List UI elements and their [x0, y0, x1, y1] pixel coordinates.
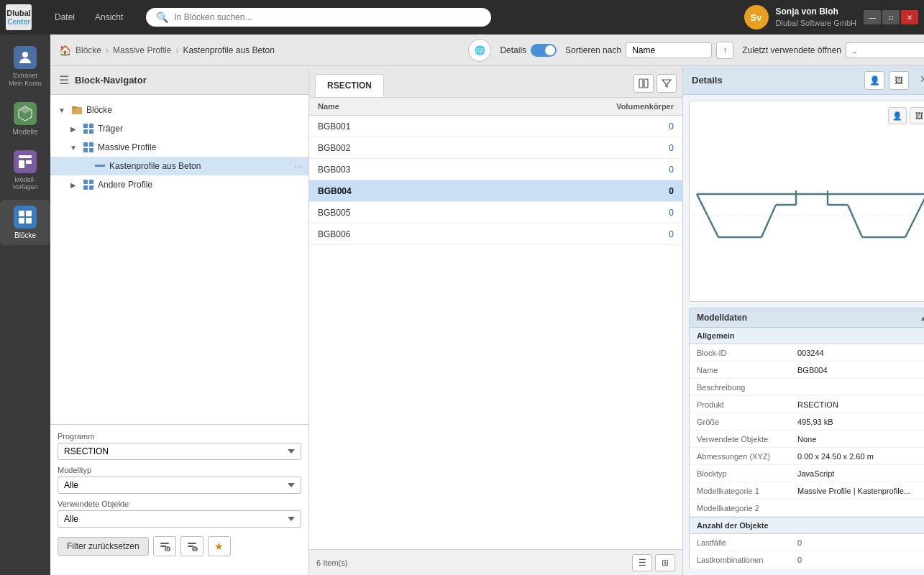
tree-item-blocke[interactable]: ▼ Blöcke: [50, 101, 308, 119]
tree-item-kasten[interactable]: Kastenprofile aus Beton ···: [50, 157, 308, 175]
user-company: Dlubal Software GmbH: [776, 18, 857, 29]
globe-button[interactable]: 🌐: [468, 39, 491, 62]
md-label-verwendete: Verwendete Objekte: [690, 432, 790, 446]
toggle-knob: [545, 45, 555, 55]
list-header: Name Volumenkörper: [309, 98, 682, 116]
filter-reset-button[interactable]: Filter zurücksetzen: [58, 537, 149, 556]
tree-context-dots[interactable]: ···: [294, 160, 303, 172]
svg-rect-3: [26, 160, 32, 164]
user-info: Sonja von Bloh Dlubal Software GmbH: [776, 6, 857, 29]
breadcrumb-item-1[interactable]: Massive Profile: [113, 45, 171, 55]
list-item[interactable]: BGB006 0: [309, 224, 682, 245]
list-item-selected[interactable]: BGB004 0: [309, 180, 682, 202]
sort-area: Sortieren nach Name ↑: [565, 42, 733, 59]
filter-add-button[interactable]: [153, 536, 176, 556]
navigator-icon: ☰: [59, 73, 69, 87]
breadcrumb-current: Kastenprofile aus Beton: [183, 45, 274, 55]
svg-rect-29: [188, 546, 193, 547]
tree-toggle-andere[interactable]: ▶: [68, 179, 79, 190]
filter-icon-button[interactable]: [657, 74, 677, 93]
list-item[interactable]: BGB002 0: [309, 137, 682, 159]
search-input-wrap: 🔍: [146, 8, 491, 27]
svg-rect-1: [19, 155, 32, 158]
list-item[interactable]: BGB003 0: [309, 159, 682, 180]
svg-rect-33: [644, 79, 648, 88]
details-person-button[interactable]: 👤: [864, 71, 884, 90]
svg-rect-11: [89, 124, 93, 128]
tree-item-massive[interactable]: ▼ Massive Profile: [50, 138, 308, 157]
tree-toggle-massive[interactable]: ▼: [68, 142, 79, 153]
preview-person-icon[interactable]: 👤: [888, 107, 907, 124]
details-image-button[interactable]: 🖼: [889, 71, 909, 90]
svg-rect-17: [89, 148, 93, 152]
user-icon: [14, 46, 37, 69]
recent-select[interactable]: ..: [846, 42, 924, 58]
md-row-beschreibung: Beschreibung: [690, 379, 924, 396]
details-toggle-switch[interactable]: [531, 44, 557, 57]
list-cell-vol: 0: [485, 204, 682, 221]
modeldata-table: Allgemein Block-ID 003244 Name BGB004 Be…: [689, 328, 924, 569]
breadcrumb-item-0[interactable]: Blöcke: [76, 45, 101, 55]
filter-select-programm[interactable]: RSECTION: [58, 443, 301, 460]
md-label-mkat1: Modellkategorie 1: [690, 484, 790, 498]
tab-rsection[interactable]: RSECTION: [315, 74, 384, 97]
md-row-mkat1: Modellkategorie 1 Massive Profile | Kast…: [690, 482, 924, 500]
window-controls: — □ ✕: [864, 10, 918, 24]
filter-actions: Filter zurücksetzen ★: [58, 536, 301, 556]
modeldata-scroll-up[interactable]: ▲: [920, 314, 924, 322]
md-value-grosse: 495,93 kB: [790, 415, 924, 429]
user-name: Sonja von Bloh: [776, 6, 857, 18]
svg-rect-7: [26, 218, 32, 224]
sort-direction-button[interactable]: ↑: [716, 42, 733, 59]
md-row-block-id: Block-ID 003244: [690, 344, 924, 362]
grid-view-button[interactable]: ⊞: [655, 554, 675, 571]
minimize-button[interactable]: —: [864, 10, 881, 24]
filter-select-verwendete[interactable]: Alle: [58, 510, 301, 528]
details-preview: 👤 🖼: [689, 101, 924, 302]
column-view-button[interactable]: [633, 74, 654, 93]
svg-rect-5: [26, 211, 32, 216]
list-item[interactable]: BGB005 0: [309, 202, 682, 224]
preview-image-icon[interactable]: 🖼: [910, 107, 924, 124]
modeldata-header: Modelldaten ▲: [689, 308, 924, 328]
sidebar-item-extranet[interactable]: ExtranetMein Konto: [0, 40, 50, 93]
search-input[interactable]: [174, 12, 481, 22]
md-value-mkat2: [790, 505, 924, 511]
tree-toggle-blocke[interactable]: ▼: [56, 104, 68, 116]
md-value-name: BGB004: [790, 363, 924, 377]
filter-star-button[interactable]: ★: [208, 536, 231, 556]
sort-select[interactable]: Name: [626, 42, 712, 58]
sidebar-label-modelle: Modelle: [12, 128, 37, 136]
user-avatar: Sv: [744, 5, 769, 29]
menu-datei[interactable]: Datei: [46, 8, 83, 27]
list-view-button[interactable]: ☰: [632, 554, 652, 571]
allgemein-header: Allgemein: [690, 328, 924, 344]
md-row-abmessungen: Abmessungen (XYZ) 0.00 x 24.50 x 2.60 m: [690, 448, 924, 465]
svg-rect-24: [160, 546, 166, 547]
close-button[interactable]: ✕: [901, 10, 918, 24]
details-close-button[interactable]: ✕: [916, 71, 924, 87]
recent-area: Zuletzt verwendete öffnen ..: [742, 42, 924, 58]
list-item[interactable]: BGB001 0: [309, 116, 682, 137]
list-count: 6 Item(s): [316, 558, 347, 567]
md-label-grosse: Größe: [690, 415, 790, 429]
list-cell-name: BGB005: [309, 204, 485, 221]
sidebar-item-modelle[interactable]: Modelle: [0, 96, 50, 142]
filter-select-modelltyp[interactable]: Alle: [58, 477, 301, 494]
tree-item-trager[interactable]: ▶ Träger: [50, 119, 308, 138]
sidebar-item-blocke[interactable]: Blöcke: [0, 200, 50, 245]
menu-ansicht[interactable]: Ansicht: [86, 8, 132, 27]
details-toggle-label: Details: [500, 45, 526, 55]
svg-point-0: [22, 52, 28, 58]
svg-rect-22: [89, 185, 93, 190]
maximize-button[interactable]: □: [882, 10, 900, 24]
sidebar-item-vorlagen[interactable]: Modell-Vorlagen: [0, 144, 50, 198]
tree-item-andere[interactable]: ▶ Andere Profile: [50, 175, 308, 194]
tree-toggle-trager[interactable]: ▶: [68, 123, 79, 134]
svg-rect-12: [83, 129, 88, 134]
breadcrumb-sep-2: ›: [175, 45, 178, 55]
titlebar: Dlubal Center Datei Ansicht 🔍 Sv Sonja v…: [0, 0, 924, 34]
template-icon: [14, 150, 37, 173]
md-row-blocktyp: Blocktyp JavaScript: [690, 465, 924, 482]
filter-remove-button[interactable]: [180, 536, 203, 556]
